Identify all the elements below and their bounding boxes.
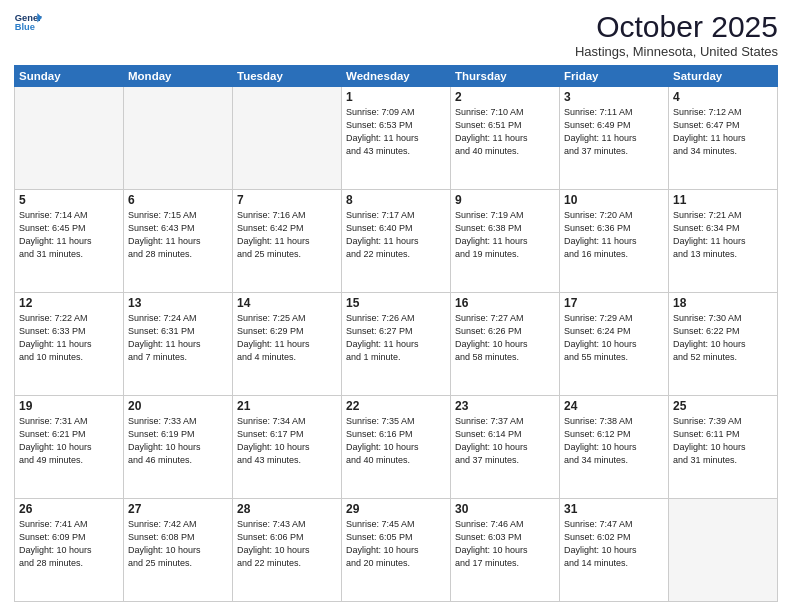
page: General Blue October 2025 Hastings, Minn… — [0, 0, 792, 612]
table-row: 28Sunrise: 7:43 AM Sunset: 6:06 PM Dayli… — [233, 499, 342, 602]
day-info: Sunrise: 7:09 AM Sunset: 6:53 PM Dayligh… — [346, 106, 446, 158]
table-row: 9Sunrise: 7:19 AM Sunset: 6:38 PM Daylig… — [451, 190, 560, 293]
day-info: Sunrise: 7:17 AM Sunset: 6:40 PM Dayligh… — [346, 209, 446, 261]
calendar-week-row: 12Sunrise: 7:22 AM Sunset: 6:33 PM Dayli… — [15, 293, 778, 396]
table-row: 1Sunrise: 7:09 AM Sunset: 6:53 PM Daylig… — [342, 87, 451, 190]
table-row: 16Sunrise: 7:27 AM Sunset: 6:26 PM Dayli… — [451, 293, 560, 396]
day-info: Sunrise: 7:30 AM Sunset: 6:22 PM Dayligh… — [673, 312, 773, 364]
day-number: 28 — [237, 502, 337, 516]
day-info: Sunrise: 7:46 AM Sunset: 6:03 PM Dayligh… — [455, 518, 555, 570]
day-info: Sunrise: 7:47 AM Sunset: 6:02 PM Dayligh… — [564, 518, 664, 570]
table-row — [233, 87, 342, 190]
day-number: 20 — [128, 399, 228, 413]
calendar-header-row: Sunday Monday Tuesday Wednesday Thursday… — [15, 66, 778, 87]
day-info: Sunrise: 7:20 AM Sunset: 6:36 PM Dayligh… — [564, 209, 664, 261]
day-number: 31 — [564, 502, 664, 516]
day-info: Sunrise: 7:27 AM Sunset: 6:26 PM Dayligh… — [455, 312, 555, 364]
day-info: Sunrise: 7:43 AM Sunset: 6:06 PM Dayligh… — [237, 518, 337, 570]
day-number: 30 — [455, 502, 555, 516]
table-row: 7Sunrise: 7:16 AM Sunset: 6:42 PM Daylig… — [233, 190, 342, 293]
day-number: 14 — [237, 296, 337, 310]
day-number: 13 — [128, 296, 228, 310]
table-row: 11Sunrise: 7:21 AM Sunset: 6:34 PM Dayli… — [669, 190, 778, 293]
table-row — [124, 87, 233, 190]
calendar-table: Sunday Monday Tuesday Wednesday Thursday… — [14, 65, 778, 602]
day-info: Sunrise: 7:10 AM Sunset: 6:51 PM Dayligh… — [455, 106, 555, 158]
day-number: 23 — [455, 399, 555, 413]
calendar-week-row: 19Sunrise: 7:31 AM Sunset: 6:21 PM Dayli… — [15, 396, 778, 499]
day-info: Sunrise: 7:39 AM Sunset: 6:11 PM Dayligh… — [673, 415, 773, 467]
header-right: October 2025 Hastings, Minnesota, United… — [575, 10, 778, 59]
col-thursday: Thursday — [451, 66, 560, 87]
day-info: Sunrise: 7:11 AM Sunset: 6:49 PM Dayligh… — [564, 106, 664, 158]
day-info: Sunrise: 7:16 AM Sunset: 6:42 PM Dayligh… — [237, 209, 337, 261]
day-number: 26 — [19, 502, 119, 516]
day-number: 15 — [346, 296, 446, 310]
table-row: 6Sunrise: 7:15 AM Sunset: 6:43 PM Daylig… — [124, 190, 233, 293]
day-info: Sunrise: 7:24 AM Sunset: 6:31 PM Dayligh… — [128, 312, 228, 364]
day-number: 25 — [673, 399, 773, 413]
day-number: 3 — [564, 90, 664, 104]
table-row: 31Sunrise: 7:47 AM Sunset: 6:02 PM Dayli… — [560, 499, 669, 602]
day-number: 19 — [19, 399, 119, 413]
day-info: Sunrise: 7:41 AM Sunset: 6:09 PM Dayligh… — [19, 518, 119, 570]
month-title: October 2025 — [575, 10, 778, 44]
day-info: Sunrise: 7:33 AM Sunset: 6:19 PM Dayligh… — [128, 415, 228, 467]
table-row: 24Sunrise: 7:38 AM Sunset: 6:12 PM Dayli… — [560, 396, 669, 499]
day-number: 24 — [564, 399, 664, 413]
day-info: Sunrise: 7:38 AM Sunset: 6:12 PM Dayligh… — [564, 415, 664, 467]
table-row: 23Sunrise: 7:37 AM Sunset: 6:14 PM Dayli… — [451, 396, 560, 499]
logo: General Blue — [14, 10, 42, 38]
day-info: Sunrise: 7:14 AM Sunset: 6:45 PM Dayligh… — [19, 209, 119, 261]
day-info: Sunrise: 7:19 AM Sunset: 6:38 PM Dayligh… — [455, 209, 555, 261]
table-row: 2Sunrise: 7:10 AM Sunset: 6:51 PM Daylig… — [451, 87, 560, 190]
col-friday: Friday — [560, 66, 669, 87]
table-row: 22Sunrise: 7:35 AM Sunset: 6:16 PM Dayli… — [342, 396, 451, 499]
day-number: 6 — [128, 193, 228, 207]
table-row: 30Sunrise: 7:46 AM Sunset: 6:03 PM Dayli… — [451, 499, 560, 602]
day-info: Sunrise: 7:22 AM Sunset: 6:33 PM Dayligh… — [19, 312, 119, 364]
day-info: Sunrise: 7:21 AM Sunset: 6:34 PM Dayligh… — [673, 209, 773, 261]
calendar-week-row: 1Sunrise: 7:09 AM Sunset: 6:53 PM Daylig… — [15, 87, 778, 190]
day-number: 11 — [673, 193, 773, 207]
day-info: Sunrise: 7:29 AM Sunset: 6:24 PM Dayligh… — [564, 312, 664, 364]
day-number: 1 — [346, 90, 446, 104]
day-info: Sunrise: 7:37 AM Sunset: 6:14 PM Dayligh… — [455, 415, 555, 467]
day-info: Sunrise: 7:42 AM Sunset: 6:08 PM Dayligh… — [128, 518, 228, 570]
header: General Blue October 2025 Hastings, Minn… — [14, 10, 778, 59]
day-number: 16 — [455, 296, 555, 310]
table-row: 4Sunrise: 7:12 AM Sunset: 6:47 PM Daylig… — [669, 87, 778, 190]
day-number: 21 — [237, 399, 337, 413]
day-number: 22 — [346, 399, 446, 413]
table-row: 5Sunrise: 7:14 AM Sunset: 6:45 PM Daylig… — [15, 190, 124, 293]
day-info: Sunrise: 7:45 AM Sunset: 6:05 PM Dayligh… — [346, 518, 446, 570]
day-number: 17 — [564, 296, 664, 310]
col-sunday: Sunday — [15, 66, 124, 87]
table-row: 25Sunrise: 7:39 AM Sunset: 6:11 PM Dayli… — [669, 396, 778, 499]
day-info: Sunrise: 7:34 AM Sunset: 6:17 PM Dayligh… — [237, 415, 337, 467]
table-row: 19Sunrise: 7:31 AM Sunset: 6:21 PM Dayli… — [15, 396, 124, 499]
day-number: 27 — [128, 502, 228, 516]
table-row: 29Sunrise: 7:45 AM Sunset: 6:05 PM Dayli… — [342, 499, 451, 602]
day-info: Sunrise: 7:31 AM Sunset: 6:21 PM Dayligh… — [19, 415, 119, 467]
table-row — [15, 87, 124, 190]
day-number: 29 — [346, 502, 446, 516]
col-wednesday: Wednesday — [342, 66, 451, 87]
day-info: Sunrise: 7:12 AM Sunset: 6:47 PM Dayligh… — [673, 106, 773, 158]
day-info: Sunrise: 7:26 AM Sunset: 6:27 PM Dayligh… — [346, 312, 446, 364]
table-row — [669, 499, 778, 602]
day-number: 8 — [346, 193, 446, 207]
col-monday: Monday — [124, 66, 233, 87]
day-number: 9 — [455, 193, 555, 207]
day-number: 2 — [455, 90, 555, 104]
day-number: 5 — [19, 193, 119, 207]
table-row: 26Sunrise: 7:41 AM Sunset: 6:09 PM Dayli… — [15, 499, 124, 602]
day-number: 7 — [237, 193, 337, 207]
col-saturday: Saturday — [669, 66, 778, 87]
calendar-week-row: 5Sunrise: 7:14 AM Sunset: 6:45 PM Daylig… — [15, 190, 778, 293]
table-row: 14Sunrise: 7:25 AM Sunset: 6:29 PM Dayli… — [233, 293, 342, 396]
calendar-week-row: 26Sunrise: 7:41 AM Sunset: 6:09 PM Dayli… — [15, 499, 778, 602]
day-number: 10 — [564, 193, 664, 207]
table-row: 27Sunrise: 7:42 AM Sunset: 6:08 PM Dayli… — [124, 499, 233, 602]
table-row: 20Sunrise: 7:33 AM Sunset: 6:19 PM Dayli… — [124, 396, 233, 499]
